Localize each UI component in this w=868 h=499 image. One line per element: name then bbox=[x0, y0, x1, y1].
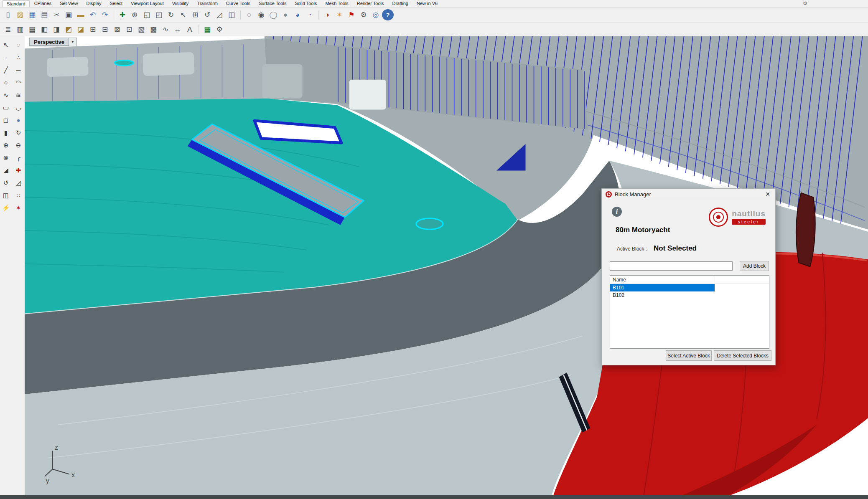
wireframe-display-icon[interactable]: ◯ bbox=[267, 9, 279, 20]
document-settings-gear-icon[interactable]: ⚙ bbox=[214, 24, 225, 35]
circle-icon[interactable]: ○ bbox=[1, 77, 11, 88]
arc-icon[interactable]: ◠ bbox=[13, 77, 24, 88]
block-list[interactable]: Name B101B102 bbox=[610, 275, 769, 349]
menu-tab-transform[interactable]: Transform bbox=[193, 0, 221, 7]
menu-tab-new-in-v6[interactable]: New in V6 bbox=[413, 0, 441, 7]
new-file-icon[interactable]: ▯ bbox=[2, 9, 14, 20]
single-point-icon[interactable]: ∙ bbox=[1, 52, 11, 63]
cut-icon[interactable]: ✂ bbox=[51, 9, 62, 20]
interpolate-curve-icon[interactable]: ≋ bbox=[13, 90, 24, 100]
menu-tab-visibility[interactable]: Visibility bbox=[168, 0, 193, 7]
sun-study-icon[interactable]: ✶ bbox=[333, 9, 345, 20]
rotate-object-icon[interactable]: ↺ bbox=[1, 177, 11, 188]
control-point-curve-icon[interactable]: ∿ bbox=[1, 90, 11, 100]
menu-tab-standard[interactable]: Standard bbox=[3, 0, 30, 7]
object-properties-icon[interactable]: ▤ bbox=[26, 24, 38, 35]
add-block-button[interactable]: Add Block bbox=[740, 261, 769, 271]
multiple-points-icon[interactable]: ∴ bbox=[13, 52, 24, 63]
copy-object-icon[interactable]: ⊞ bbox=[189, 9, 201, 20]
solid-sphere-icon[interactable]: ● bbox=[13, 115, 24, 125]
redo-icon[interactable]: ↷ bbox=[99, 9, 111, 20]
viewport-tab[interactable]: Perspective ▼ bbox=[29, 38, 77, 46]
zoom-window-icon[interactable]: ◱ bbox=[141, 9, 153, 20]
dialog-titlebar[interactable]: Block Manager ✕ bbox=[602, 189, 775, 200]
menu-tab-curve-tools[interactable]: Curve Tools bbox=[222, 0, 254, 7]
save-file-icon[interactable]: ▦ bbox=[26, 9, 38, 20]
area-analysis-icon[interactable]: ▩ bbox=[148, 24, 159, 35]
shaded-display-icon[interactable]: ● bbox=[280, 9, 291, 20]
solid-box-icon[interactable]: ◻ bbox=[1, 115, 11, 125]
mirror-object-icon[interactable]: ◫ bbox=[1, 190, 11, 200]
menu-tab-drafting[interactable]: Drafting bbox=[388, 0, 412, 7]
show-layer-icon[interactable]: ◨ bbox=[51, 24, 62, 35]
block-list-item-b102[interactable]: B102 bbox=[610, 291, 769, 299]
copy-icon[interactable]: ▣ bbox=[63, 9, 74, 20]
curvature-analysis-icon[interactable]: ∿ bbox=[160, 24, 171, 35]
viewport-tab-label[interactable]: Perspective bbox=[29, 38, 69, 46]
move-icon[interactable]: ↖ bbox=[177, 9, 189, 20]
menu-tab-select[interactable]: Select bbox=[106, 0, 127, 7]
chamfer-corner-icon[interactable]: ◢ bbox=[1, 165, 11, 175]
pan-view-icon[interactable]: ✚ bbox=[117, 9, 128, 20]
surface-loft-icon[interactable]: ◡ bbox=[13, 102, 24, 113]
menu-tab-viewport-layout[interactable]: Viewport Layout bbox=[127, 0, 168, 7]
block-list-item-b101[interactable]: B101 bbox=[610, 284, 715, 291]
fillet-curves-icon[interactable]: ╭ bbox=[13, 152, 24, 163]
insert-block-icon[interactable]: ⊡ bbox=[123, 24, 135, 35]
tools-gear-icon[interactable]: ⚙ bbox=[358, 9, 369, 20]
lasso-select-icon[interactable]: ◌ bbox=[13, 40, 24, 50]
dimension-icon[interactable]: ↔ bbox=[172, 24, 183, 35]
layers-panel-icon[interactable]: ≣ bbox=[2, 24, 14, 35]
boolean-difference-icon[interactable]: ⊖ bbox=[13, 140, 24, 150]
pointer-icon[interactable]: ↖ bbox=[1, 40, 11, 50]
menu-tab-mesh-tools[interactable]: Mesh Tools bbox=[321, 0, 352, 7]
boolean-union-icon[interactable]: ⊕ bbox=[1, 140, 11, 150]
text-annotation-icon[interactable]: A bbox=[184, 24, 196, 35]
extrude-surface-icon[interactable]: ▮ bbox=[1, 127, 11, 138]
surface-plane-icon[interactable]: ▭ bbox=[1, 102, 11, 113]
rotate-icon[interactable]: ↺ bbox=[201, 9, 213, 20]
open-file-icon[interactable]: ▨ bbox=[14, 9, 26, 20]
hide-layer-icon[interactable]: ◧ bbox=[38, 24, 50, 35]
polyline-icon[interactable]: ╱ bbox=[1, 65, 11, 75]
layer-state-icon[interactable]: ▥ bbox=[14, 24, 26, 35]
rotate-view-icon[interactable]: ↻ bbox=[165, 9, 177, 20]
ungroup-objects-icon[interactable]: ⊟ bbox=[99, 24, 111, 35]
scale-object-icon[interactable]: ◿ bbox=[13, 177, 24, 188]
earth-anchor-icon[interactable]: ◎ bbox=[370, 9, 382, 20]
lock-objects-icon[interactable]: ◩ bbox=[63, 24, 74, 35]
move-object-icon[interactable]: ✚ bbox=[13, 165, 24, 175]
flag-icon[interactable]: ⚑ bbox=[346, 9, 357, 20]
zoom-extents-icon[interactable]: ◰ bbox=[153, 9, 165, 20]
rendered-display-icon[interactable]: ◕ bbox=[292, 9, 303, 20]
viewport-tab-chevron-down-icon[interactable]: ▼ bbox=[69, 38, 77, 46]
help-icon[interactable]: ? bbox=[382, 9, 394, 20]
unlock-objects-icon[interactable]: ◪ bbox=[75, 24, 87, 35]
menu-tab-display[interactable]: Display bbox=[82, 0, 105, 7]
select-active-block-button[interactable]: Select Active Block bbox=[666, 350, 712, 361]
paste-icon[interactable]: ▬ bbox=[75, 9, 87, 20]
array-objects-icon[interactable]: ∷ bbox=[13, 190, 24, 200]
menu-tab-cplanes[interactable]: CPlanes bbox=[31, 0, 56, 7]
zoom-dynamic-icon[interactable]: ⊕ bbox=[129, 9, 140, 20]
close-icon[interactable]: ✕ bbox=[760, 189, 775, 200]
delete-selected-blocks-button[interactable]: Delete Selected Blocks bbox=[714, 350, 771, 361]
scale-icon[interactable]: ◿ bbox=[214, 9, 225, 20]
ghosted-display-icon[interactable]: ◔ bbox=[304, 9, 316, 20]
group-objects-icon[interactable]: ⊞ bbox=[87, 24, 99, 35]
worksession-table-icon[interactable]: ▦ bbox=[201, 24, 213, 35]
create-block-icon[interactable]: ⊠ bbox=[111, 24, 123, 35]
hatch-icon[interactable]: ▧ bbox=[135, 24, 147, 35]
hide-object-icon[interactable]: ◌ bbox=[243, 9, 255, 20]
menu-tab-surface-tools[interactable]: Surface Tools bbox=[255, 0, 290, 7]
menu-gear-icon[interactable]: ⚙ bbox=[803, 0, 807, 6]
curve-boolean-icon[interactable]: ⚡ bbox=[1, 203, 11, 213]
revolve-icon[interactable]: ↻ bbox=[13, 127, 24, 138]
print-icon[interactable]: ▤ bbox=[38, 9, 50, 20]
render-icon[interactable]: ◑ bbox=[321, 9, 333, 20]
menu-tab-solid-tools[interactable]: Solid Tools bbox=[291, 0, 321, 7]
show-object-icon[interactable]: ◉ bbox=[255, 9, 267, 20]
menu-tab-render-tools[interactable]: Render Tools bbox=[353, 0, 388, 7]
undo-icon[interactable]: ↶ bbox=[87, 9, 99, 20]
mirror-icon[interactable]: ◫ bbox=[226, 9, 237, 20]
